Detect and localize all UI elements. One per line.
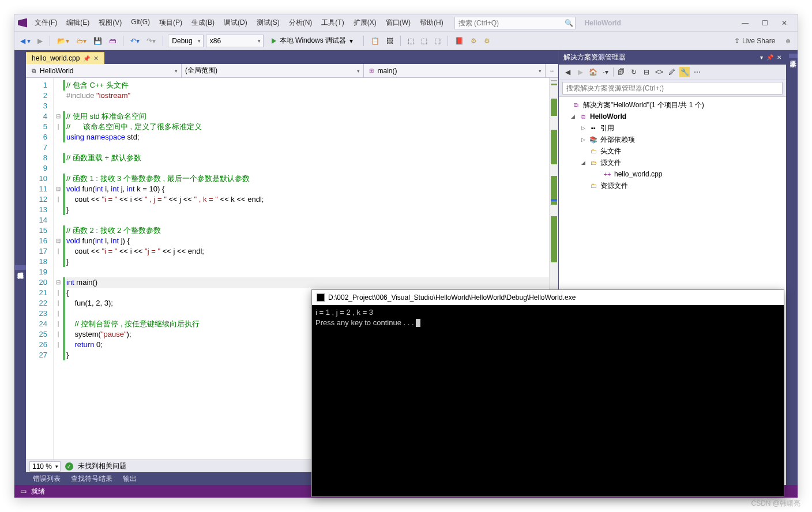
console-output: i = 1 , j = 2 , k = 3 Press any key to c… [312,305,784,496]
minimize-button[interactable]: — [735,19,755,27]
zoom-dropdown[interactable]: 110 % [29,461,61,472]
menu-build[interactable]: 生成(B) [187,16,219,30]
folder-icon: 🗀 [589,148,598,155]
tool-icon-4[interactable]: ⬚ [419,36,430,46]
tool-icon-2[interactable]: 🖼 [384,36,396,46]
status-pane-icon: ▭ [20,487,27,495]
maximize-button[interactable]: ☐ [755,19,775,27]
server-explorer-tab[interactable]: 服务器资源管理器 [15,265,26,270]
console-titlebar[interactable]: D:\002_Project\006_Visual_Studio\HelloWo… [312,290,784,305]
dropdown-icon[interactable]: ▾ [760,54,763,61]
redo-button[interactable]: ↷▾ [144,36,158,46]
save-all-button[interactable]: 🗃 [107,36,118,46]
fold-gutter[interactable]: ⊟|⊟|⊟|⊟|||||| [54,78,63,460]
show-all-icon[interactable]: 🗐 [616,67,626,77]
close-tab-icon[interactable]: ✕ [93,55,99,62]
nav-back-icon[interactable]: ◀ [562,67,573,77]
cpp-file-icon: ++ [603,171,612,178]
tool-icon-5[interactable]: ⬚ [432,36,443,46]
error-list-tab[interactable]: 错误列表 [28,472,65,485]
menu-project[interactable]: 项目(P) [155,16,186,30]
config-dropdown[interactable]: Debug [168,35,203,47]
pin-icon[interactable]: 📌 [83,55,90,62]
menu-help[interactable]: 帮助(H) [416,16,448,30]
editor-tab-active[interactable]: hello_world.cpp 📌 ✕ [26,52,104,64]
nav-scope-dropdown[interactable]: (全局范围) [182,64,364,77]
pinned-icon[interactable]: 📌 [766,54,773,61]
main-menu: 文件(F) 编辑(E) 视图(V) Git(G) 项目(P) 生成(B) 调试(… [31,16,448,30]
menu-edit[interactable]: 编辑(E) [62,16,93,30]
external-icon: 📚 [589,136,598,144]
tree-sources[interactable]: ◢🗁源文件 [559,157,786,168]
home-icon[interactable]: 🏠 [588,67,598,77]
close-panel-icon[interactable]: ✕ [777,54,781,61]
diagnostics-tab[interactable]: 诊断工具 [789,54,798,58]
menu-extensions[interactable]: 扩展(X) [349,16,381,30]
console-title: D:\002_Project\006_Visual_Studio\HelloWo… [328,293,576,302]
cursor [416,319,420,327]
platform-dropdown[interactable]: x86 [206,35,264,47]
tree-resources[interactable]: 🗀资源文件 [559,180,786,191]
tree-solution-root[interactable]: ⧉解决方案"HelloWorld"(1 个项目/共 1 个) [559,99,786,111]
search-icon[interactable]: 🔍 [563,19,575,27]
open-button[interactable]: 🗁▾ [74,36,89,46]
menu-tools[interactable]: 工具(T) [317,16,348,30]
wrench-icon[interactable]: 🔧 [679,67,690,77]
refresh-icon[interactable]: ↻ [629,67,639,77]
left-side-tabs: 服务器资源管理器 工具箱 [14,50,26,485]
menu-test[interactable]: 测试(S) [253,16,284,30]
menu-analyze[interactable]: 分析(N) [285,16,317,30]
console-window[interactable]: D:\002_Project\006_Visual_Studio\HelloWo… [311,289,784,497]
menu-git[interactable]: Git(G) [127,16,154,30]
menu-window[interactable]: 窗口(W) [382,16,415,30]
editor-tabs: hello_world.cpp 📌 ✕ [26,50,558,64]
tree-refs[interactable]: ▷▪▪引用 [559,122,786,134]
tree-project[interactable]: ◢⧉HelloWorld [559,111,786,122]
nav-split-button[interactable]: ↔ [546,64,558,77]
undo-button[interactable]: ↶▾ [128,36,142,46]
nav-fwd-icon[interactable]: ▶ [575,67,585,77]
refs-icon: ▪▪ [589,125,598,131]
find-results-tab[interactable]: 查找符号结果 [66,472,117,485]
tree-external[interactable]: ▷📚外部依赖项 [559,134,786,145]
save-button[interactable]: 💾 [91,36,104,46]
tool-icon-7[interactable]: ⚙ [468,36,479,46]
close-button[interactable]: ✕ [775,19,794,27]
watermark: CSDN @韩曙亮 [751,499,800,509]
quick-search[interactable]: 🔍 [454,17,576,29]
solution-name: HelloWorld [585,19,621,27]
quick-search-input[interactable] [455,19,563,27]
right-side-tabs: 诊断工具 [786,50,798,485]
tool-icon-8[interactable]: ⚙ [482,36,493,46]
feedback-button[interactable]: ☻ [782,36,794,46]
tool-icon-6[interactable]: 📕 [453,36,466,46]
solution-icon: ⧉ [572,101,581,109]
share-icon: ⇪ [734,37,740,45]
tree-headers[interactable]: 🗀头文件 [559,145,786,157]
sync-icon[interactable]: ·▾ [600,67,611,77]
tree-source-file[interactable]: ++hello_world.cpp [559,168,786,180]
solution-explorer-header[interactable]: 解决方案资源管理器 ▾📌✕ [559,50,786,65]
no-issues-icon: ✓ [65,462,73,470]
menu-file[interactable]: 文件(F) [31,16,61,30]
properties-icon[interactable]: 🖉 [667,67,677,77]
tool-icon-1[interactable]: 📋 [369,36,382,46]
run-button[interactable]: 本地 Windows 调试器 ▾ [266,34,359,48]
solution-search-input[interactable] [562,82,783,95]
nav-function-dropdown[interactable]: ⊞main() [364,64,546,77]
output-tab[interactable]: 输出 [118,472,141,485]
more-icon[interactable]: ⋯ [692,67,702,77]
live-share-button[interactable]: ⇪Live Share [734,37,775,45]
menu-debug[interactable]: 调试(D) [220,16,251,30]
function-icon: ⊞ [367,67,375,75]
nav-fwd-button[interactable]: ▶ [35,36,45,46]
collapse-icon[interactable]: ⊟ [641,67,652,77]
code-view-icon[interactable]: <> [654,67,664,77]
nav-project-dropdown[interactable]: ⧉HelloWorld [26,64,182,77]
tool-icon-3[interactable]: ⬚ [405,36,416,46]
folder-open-icon: 🗁 [589,159,598,166]
new-item-button[interactable]: 📂▾ [55,36,72,46]
play-icon [272,38,276,44]
nav-back-button[interactable]: ◀ ▾ [18,36,33,46]
menu-view[interactable]: 视图(V) [95,16,126,30]
